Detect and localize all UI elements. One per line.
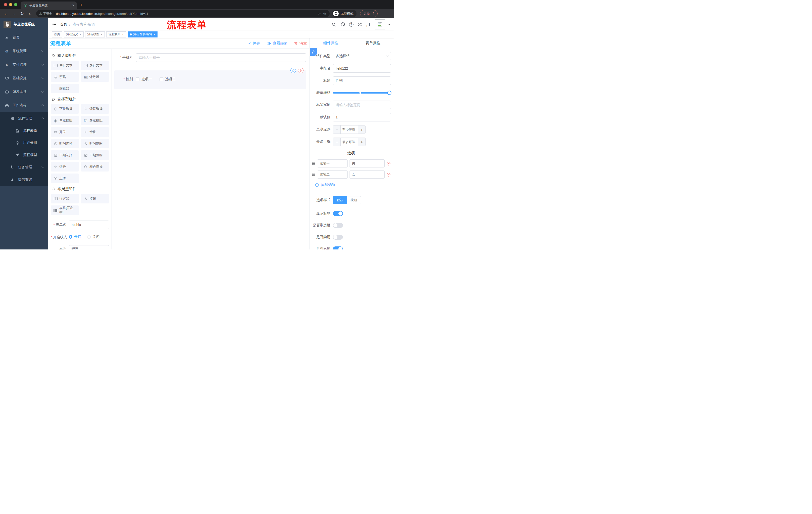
- github-icon[interactable]: [340, 22, 345, 27]
- style-button-button[interactable]: 按钮: [347, 196, 361, 204]
- component-radio-group[interactable]: ◉单选框组: [51, 116, 79, 125]
- window-zoom-button[interactable]: [14, 3, 17, 6]
- font-size-icon[interactable]: TT: [366, 22, 371, 27]
- component-slider[interactable]: 滑块: [81, 127, 109, 137]
- gender-option-2-checkbox[interactable]: 选项二: [160, 77, 176, 81]
- password-key-icon[interactable]: [317, 11, 321, 16]
- max-select-input[interactable]: [341, 138, 358, 146]
- minus-icon[interactable]: −: [333, 138, 341, 146]
- component-cascader[interactable]: 级联选择: [81, 104, 109, 114]
- component-date-range[interactable]: 日期范围: [81, 151, 109, 160]
- sidebar-item-leave-query[interactable]: 请假查询: [0, 173, 48, 186]
- slider-handle[interactable]: [387, 91, 392, 95]
- sidebar-item-process-form[interactable]: 流程表单: [0, 125, 48, 137]
- component-multi-line-text[interactable]: 多行文本: [81, 61, 109, 70]
- bind-link-icon[interactable]: [310, 48, 317, 56]
- fullscreen-icon[interactable]: [357, 22, 362, 27]
- clear-button[interactable]: 清空: [294, 41, 307, 46]
- plus-icon[interactable]: +: [358, 126, 365, 134]
- window-minimize-button[interactable]: [9, 3, 12, 6]
- border-toggle[interactable]: [333, 223, 343, 228]
- new-tab-button[interactable]: +: [80, 2, 83, 8]
- sidebar-item-process-mgmt[interactable]: 流程管理: [0, 112, 48, 125]
- tab-component-props[interactable]: 组件属性: [310, 38, 352, 48]
- status-on-radio[interactable]: 开启: [69, 235, 81, 239]
- grid-slider[interactable]: [333, 89, 391, 97]
- bookmark-star-icon[interactable]: ☆: [323, 11, 327, 16]
- drag-handle-icon[interactable]: [311, 161, 316, 166]
- gender-option-1-checkbox[interactable]: 选项一: [136, 77, 152, 81]
- remove-option-button[interactable]: [386, 172, 391, 177]
- security-warning-icon[interactable]: ⚠ 不安全: [39, 11, 52, 16]
- sidebar-item-task-mgmt[interactable]: 任务管理: [0, 161, 48, 173]
- title-input[interactable]: [333, 77, 391, 85]
- option-1-name-input[interactable]: [317, 159, 348, 167]
- home-button[interactable]: ⌂: [27, 10, 34, 17]
- label-width-input[interactable]: [333, 101, 391, 109]
- field-name-input[interactable]: [333, 64, 391, 73]
- close-icon[interactable]: ×: [122, 32, 124, 36]
- component-select[interactable]: 下拉选择: [51, 104, 79, 114]
- form-canvas[interactable]: 手机号 性别 选项一 选项二: [112, 49, 310, 249]
- min-select-input[interactable]: [341, 126, 358, 134]
- tab-form-props[interactable]: 表单属性: [352, 38, 394, 48]
- disabled-toggle[interactable]: [333, 235, 343, 240]
- reload-button[interactable]: ↻: [19, 10, 26, 17]
- canvas-field-phone[interactable]: 手机号: [114, 53, 306, 62]
- close-icon[interactable]: ×: [153, 32, 155, 36]
- component-upload[interactable]: 上传: [51, 173, 79, 183]
- option-2-name-input[interactable]: [317, 170, 348, 179]
- component-date-picker[interactable]: 日期选择: [51, 151, 79, 160]
- browser-tab[interactable]: 芋道管理系统 ×: [21, 1, 77, 9]
- component-checkbox-group[interactable]: ☑多选框组: [81, 116, 109, 125]
- sidebar-item-devtools[interactable]: 研发工具: [0, 85, 48, 99]
- tag-process-definition[interactable]: 流程定义×: [64, 31, 84, 37]
- sidebar-item-system[interactable]: ⚙ 系统管理: [0, 44, 48, 58]
- back-button[interactable]: ←: [2, 10, 9, 17]
- minus-icon[interactable]: −: [333, 126, 341, 134]
- sidebar-collapse-button[interactable]: [52, 22, 57, 27]
- default-value-input[interactable]: [333, 113, 391, 121]
- component-table[interactable]: 表格[开发中]: [51, 206, 79, 215]
- form-name-input[interactable]: [69, 220, 109, 229]
- component-time-picker[interactable]: 时间选择: [51, 139, 79, 148]
- required-toggle[interactable]: [333, 246, 343, 249]
- chrome-menu-icon[interactable]: ⋮: [372, 11, 375, 16]
- status-off-radio[interactable]: 关闭: [87, 235, 99, 239]
- component-time-range[interactable]: 时间范围: [81, 139, 109, 148]
- option-2-value-input[interactable]: [349, 170, 385, 179]
- view-json-button[interactable]: 查看json: [266, 41, 287, 46]
- component-rate[interactable]: ☆评分: [51, 162, 79, 171]
- avatar[interactable]: [375, 19, 385, 29]
- component-row-container[interactable]: 行容器: [51, 194, 79, 204]
- component-editor[interactable]: 编辑器: [51, 84, 79, 93]
- search-icon[interactable]: [331, 22, 336, 27]
- tab-close-icon[interactable]: ×: [72, 3, 75, 7]
- component-counter[interactable]: 123计数器: [81, 72, 109, 82]
- add-option-button[interactable]: 添加选项: [315, 183, 391, 187]
- phone-input[interactable]: [136, 53, 306, 62]
- component-button[interactable]: 按钮: [81, 194, 109, 204]
- style-default-button[interactable]: 默认: [333, 196, 347, 204]
- sidebar-item-process-model[interactable]: 流程模型: [0, 149, 48, 161]
- close-icon[interactable]: ×: [101, 32, 103, 36]
- component-switch[interactable]: 开关: [51, 127, 79, 137]
- sidebar-item-user-group[interactable]: 用户分组: [0, 137, 48, 149]
- tag-process-form[interactable]: 流程表单×: [106, 31, 126, 37]
- forward-button[interactable]: →: [10, 10, 18, 17]
- option-1-value-input[interactable]: [349, 159, 385, 167]
- sidebar-item-infra[interactable]: 基础设施: [0, 72, 48, 85]
- tag-home[interactable]: 首页: [52, 31, 62, 37]
- remark-textarea[interactable]: 嘿嘿: [69, 245, 109, 249]
- chrome-update-button[interactable]: 更新 ⋮: [360, 10, 378, 17]
- sidebar-item-workflow[interactable]: 工作流程: [0, 99, 48, 112]
- drag-handle-icon[interactable]: [311, 172, 316, 177]
- canvas-selected-component[interactable]: 性别 选项一 选项二: [114, 71, 306, 89]
- tag-process-model[interactable]: 流程模型×: [85, 31, 105, 37]
- canvas-field-gender[interactable]: 性别 选项一 选项二: [114, 77, 302, 81]
- component-color-picker[interactable]: 颜色选择: [81, 162, 109, 171]
- sidebar-item-home[interactable]: 首页: [0, 31, 48, 44]
- tag-process-form-edit[interactable]: 流程表单-编辑×: [127, 31, 158, 37]
- component-single-line-text[interactable]: 单行文本: [51, 61, 79, 70]
- plus-icon[interactable]: +: [358, 138, 365, 146]
